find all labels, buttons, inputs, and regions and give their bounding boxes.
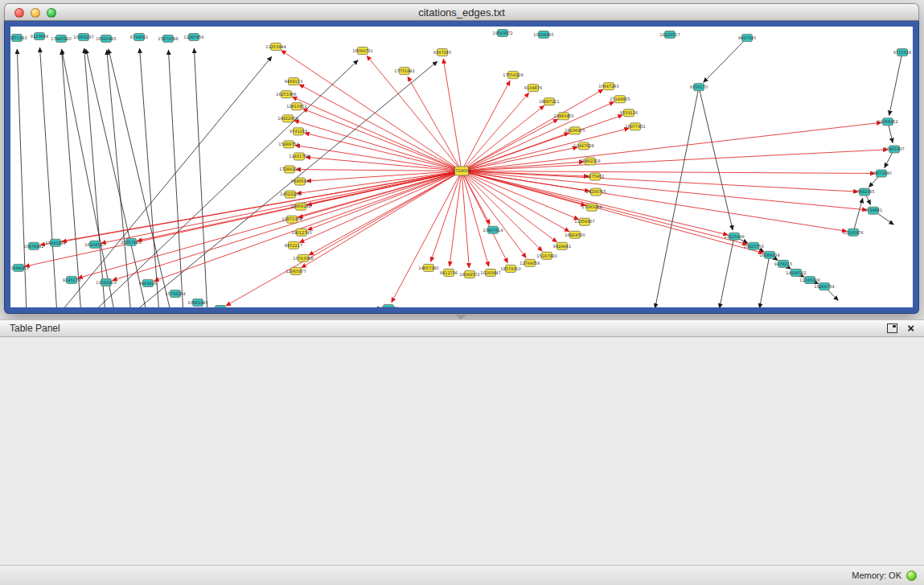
graph-node[interactable]: 16094731 — [352, 47, 372, 55]
close-panel-icon[interactable]: × — [907, 323, 914, 333]
graph-edge[interactable] — [462, 171, 763, 253]
graph-edge[interactable] — [59, 56, 272, 307]
graph-node[interactable]: 11253944 — [265, 43, 285, 51]
graph-node[interactable]: 9356170 — [690, 84, 708, 91]
graph-edge[interactable] — [431, 171, 462, 262]
graph-edge[interactable] — [309, 171, 462, 255]
graph-edge[interactable] — [655, 87, 699, 307]
graph-edge[interactable] — [462, 150, 888, 171]
graph-edge[interactable] — [299, 171, 462, 243]
graph-edge[interactable] — [462, 171, 542, 252]
graph-node[interactable]: 16320485 — [96, 35, 116, 43]
graph-node[interactable]: 11356907 — [574, 218, 594, 225]
graph-node[interactable]: 16251986 — [276, 91, 296, 98]
graph-node[interactable]: 15743098 — [293, 254, 313, 262]
graph-node[interactable]: 17692385 — [854, 188, 874, 196]
graph-node[interactable]: 18422008 — [277, 115, 298, 122]
graph-node[interactable]: 9134876 — [524, 84, 542, 92]
graph-edge[interactable] — [720, 237, 734, 307]
graph-node[interactable]: 17445920 — [51, 35, 71, 43]
graph-edge[interactable] — [154, 171, 462, 282]
graph-node[interactable]: 21098453 — [10, 264, 29, 271]
graph-node[interactable]: 14657290 — [418, 264, 438, 271]
graph-edge[interactable] — [462, 80, 510, 171]
graph-edge[interactable] — [462, 171, 875, 174]
graph-node[interactable]: 10447628 — [573, 142, 593, 150]
graph-node[interactable]: 10034965 — [533, 31, 553, 39]
graph-node[interactable]: 9886543 — [291, 178, 309, 185]
graph-node[interactable]: 11592803 — [96, 278, 116, 286]
graph-edge[interactable] — [91, 60, 358, 307]
graph-edge[interactable] — [462, 171, 867, 210]
graph-node[interactable]: 9675402 — [586, 173, 604, 180]
graph-node[interactable]: 9667340 — [738, 35, 756, 42]
graph-edge[interactable] — [853, 198, 863, 232]
graph-node[interactable]: 17093284 — [581, 204, 602, 211]
graph-node[interactable]: 8794561 — [130, 34, 148, 41]
graph-edge[interactable] — [307, 171, 462, 230]
graph-node[interactable]: 15149805 — [610, 96, 630, 103]
graph-node[interactable]: 14522231 — [280, 191, 300, 198]
graph-node[interactable]: 10476892 — [23, 242, 43, 249]
graph-edge[interactable] — [40, 47, 57, 307]
graph-node[interactable]: 19543872 — [492, 30, 512, 37]
graph-node[interactable]: 11983450 — [553, 113, 573, 120]
graph-edge[interactable] — [292, 97, 462, 171]
graph-node[interactable]: 16048572 — [459, 270, 479, 278]
graph-node[interactable]: 14936582 — [786, 269, 806, 276]
graph-edge[interactable] — [86, 49, 147, 307]
graph-edge[interactable] — [462, 171, 489, 267]
graph-node[interactable]: 12744056 — [519, 259, 540, 266]
graph-node[interactable]: 17731842 — [394, 68, 414, 75]
graph-node[interactable]: 16824530 — [565, 231, 585, 238]
graph-node[interactable]: 11068452 — [877, 118, 897, 126]
graph-node[interactable]: 10661945 — [187, 299, 207, 306]
graph-node[interactable]: 16977431 — [625, 123, 645, 130]
graph-edge[interactable] — [107, 50, 131, 307]
graph-edge[interactable] — [62, 49, 115, 307]
graph-node[interactable]: 9715328 — [893, 49, 911, 56]
graph-node[interactable]: 9559126 — [620, 109, 638, 117]
graph-node[interactable]: 11287456 — [183, 34, 203, 41]
graph-edge[interactable] — [226, 171, 462, 307]
graph-node[interactable]: 15673098 — [158, 35, 178, 43]
graph-edge[interactable] — [462, 171, 847, 232]
graph-node[interactable]: 9883426 — [139, 279, 157, 286]
graph-edge[interactable] — [462, 122, 881, 171]
graph-node[interactable]: 15296870 — [378, 304, 398, 307]
graph-edge[interactable] — [889, 52, 902, 115]
graph-node[interactable]: 16959142 — [290, 203, 310, 210]
graph-edge[interactable] — [462, 171, 469, 268]
graph-node[interactable]: 10647283 — [598, 83, 618, 90]
graph-node[interactable]: 18229517 — [659, 31, 680, 39]
graph-edge[interactable] — [759, 255, 770, 307]
graph-edge[interactable] — [78, 171, 462, 278]
graph-edge[interactable] — [462, 119, 558, 171]
graph-edge[interactable] — [462, 105, 544, 171]
graph-node[interactable]: 20481937 — [884, 146, 904, 153]
graph-edge[interactable] — [462, 171, 507, 263]
graph-node[interactable]: 10145976 — [843, 229, 863, 236]
graph-edge[interactable] — [462, 171, 557, 242]
float-panel-icon[interactable] — [887, 323, 897, 333]
graph-edge[interactable] — [462, 171, 747, 245]
graph-edge[interactable] — [296, 170, 462, 171]
graph-node[interactable]: 9387265 — [433, 49, 451, 56]
graph-node[interactable]: 17554229 — [503, 72, 523, 79]
graph-edge[interactable] — [113, 171, 462, 281]
graph-node[interactable]: 19268734 — [814, 282, 834, 290]
graph-edge[interactable] — [62, 50, 81, 307]
graph-node[interactable]: 20871543 — [10, 35, 27, 42]
graph-node[interactable]: 11745208 — [799, 276, 819, 283]
graph-node[interactable]: 19012745 — [291, 229, 311, 236]
graph-node[interactable]: 10958237 — [73, 34, 93, 41]
graph-node[interactable]: 11431756 — [289, 153, 309, 160]
graph-node[interactable]: 9123804 — [31, 33, 48, 40]
graph-node[interactable]: 12065877 — [285, 267, 306, 274]
window-titlebar[interactable]: citations_edges.txt — [4, 3, 919, 21]
graph-edge[interactable] — [443, 59, 462, 171]
network-canvas[interactable]: 1724004946813316251986126106511842200897… — [10, 27, 913, 307]
graph-node[interactable]: 15167893 — [536, 252, 556, 259]
graph-node[interactable]: 14238765 — [585, 188, 606, 196]
graph-node[interactable]: 18450823 — [210, 305, 230, 307]
